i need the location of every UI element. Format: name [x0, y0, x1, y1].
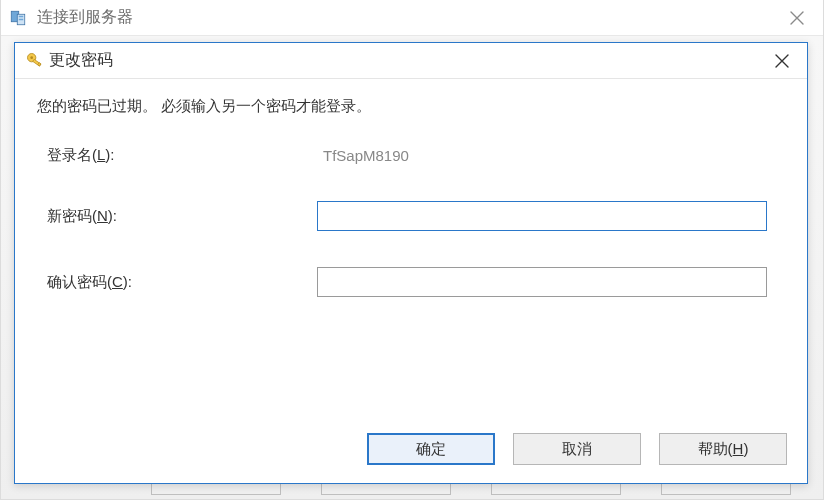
key-icon — [25, 51, 45, 71]
login-label: 登录名(L): — [37, 146, 317, 165]
change-password-dialog: 更改密码 您的密码已过期。 必须输入另一个密码才能登录。 登录名(L): TfS… — [14, 42, 808, 484]
login-row: 登录名(L): TfSapM8190 — [37, 146, 785, 165]
dialog-titlebar: 更改密码 — [15, 43, 807, 79]
svg-rect-2 — [19, 15, 24, 17]
parent-window-title: 连接到服务器 — [37, 7, 133, 28]
new-password-row: 新密码(N): — [37, 201, 785, 231]
dialog-body: 您的密码已过期。 必须输入另一个密码才能登录。 登录名(L): TfSapM81… — [15, 79, 807, 297]
cancel-button-label: 取消 — [562, 440, 592, 459]
confirm-password-row: 确认密码(C): — [37, 267, 785, 297]
svg-point-5 — [30, 56, 33, 59]
server-icon — [9, 9, 27, 27]
new-password-label: 新密码(N): — [37, 207, 317, 226]
dialog-close-button[interactable] — [763, 47, 801, 75]
confirm-password-input[interactable] — [317, 267, 767, 297]
new-password-input[interactable] — [317, 201, 767, 231]
confirm-password-label: 确认密码(C): — [37, 273, 317, 292]
cancel-button[interactable]: 取消 — [513, 433, 641, 465]
ok-button-label: 确定 — [416, 440, 446, 459]
ok-button[interactable]: 确定 — [367, 433, 495, 465]
parent-close-button[interactable] — [777, 3, 817, 33]
login-name-value: TfSapM8190 — [317, 147, 409, 164]
password-expired-message: 您的密码已过期。 必须输入另一个密码才能登录。 — [37, 97, 785, 116]
dialog-button-row: 确定 取消 帮助(H) — [367, 433, 787, 465]
svg-rect-3 — [19, 18, 24, 20]
help-button-label: 帮助(H) — [698, 440, 749, 459]
dialog-title: 更改密码 — [49, 50, 113, 71]
help-button[interactable]: 帮助(H) — [659, 433, 787, 465]
parent-titlebar: 连接到服务器 — [1, 0, 823, 36]
